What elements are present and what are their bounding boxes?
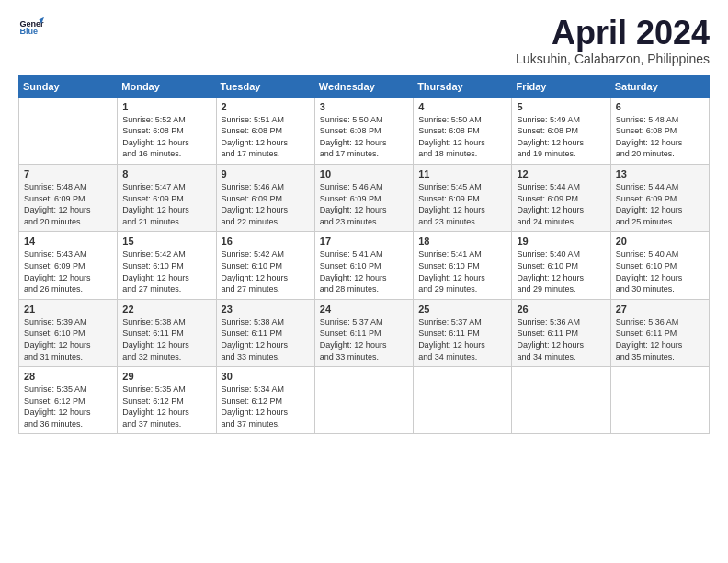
location-subtitle: Luksuhin, Calabarzon, Philippines <box>516 52 710 66</box>
calendar-week-row: 14Sunrise: 5:43 AMSunset: 6:09 PMDayligh… <box>19 232 710 299</box>
calendar-day-cell: 5Sunrise: 5:49 AMSunset: 6:08 PMDaylight… <box>512 97 610 164</box>
calendar-day-cell: 6Sunrise: 5:48 AMSunset: 6:08 PMDaylight… <box>610 97 709 164</box>
day-number: 19 <box>517 236 605 247</box>
day-info: Sunrise: 5:41 AMSunset: 6:10 PMDaylight:… <box>320 248 408 294</box>
calendar-day-cell: 22Sunrise: 5:38 AMSunset: 6:11 PMDayligh… <box>118 299 216 366</box>
logo: General Blue <box>18 15 44 40</box>
day-number: 5 <box>517 101 605 112</box>
calendar-day-cell: 28Sunrise: 5:35 AMSunset: 6:12 PMDayligh… <box>19 367 118 434</box>
calendar-day-cell: 12Sunrise: 5:44 AMSunset: 6:09 PMDayligh… <box>512 164 610 231</box>
day-number: 8 <box>122 168 210 179</box>
calendar-table: SundayMondayTuesdayWednesdayThursdayFrid… <box>18 75 710 435</box>
day-number: 2 <box>222 101 310 112</box>
day-number: 20 <box>616 236 704 247</box>
day-number: 12 <box>517 168 605 179</box>
weekday-header-cell: Wednesday <box>314 75 413 97</box>
day-number: 24 <box>320 304 408 315</box>
weekday-header-cell: Friday <box>512 75 610 97</box>
day-info: Sunrise: 5:48 AMSunset: 6:08 PMDaylight:… <box>616 114 704 160</box>
day-info: Sunrise: 5:36 AMSunset: 6:11 PMDaylight:… <box>616 316 704 362</box>
day-number: 27 <box>616 304 704 315</box>
calendar-body: 1Sunrise: 5:52 AMSunset: 6:08 PMDaylight… <box>19 97 710 434</box>
calendar-day-cell: 25Sunrise: 5:37 AMSunset: 6:11 PMDayligh… <box>414 299 512 366</box>
day-info: Sunrise: 5:44 AMSunset: 6:09 PMDaylight:… <box>616 181 704 227</box>
calendar-day-cell: 20Sunrise: 5:40 AMSunset: 6:10 PMDayligh… <box>610 232 709 299</box>
calendar-day-cell: 14Sunrise: 5:43 AMSunset: 6:09 PMDayligh… <box>19 232 118 299</box>
day-info: Sunrise: 5:35 AMSunset: 6:12 PMDaylight:… <box>122 384 210 430</box>
title-area: April 2024 Luksuhin, Calabarzon, Philipp… <box>516 15 710 66</box>
weekday-header-cell: Tuesday <box>216 75 314 97</box>
day-number: 17 <box>320 236 408 247</box>
day-info: Sunrise: 5:40 AMSunset: 6:10 PMDaylight:… <box>517 248 605 294</box>
calendar-day-cell: 3Sunrise: 5:50 AMSunset: 6:08 PMDaylight… <box>314 97 413 164</box>
day-info: Sunrise: 5:37 AMSunset: 6:11 PMDaylight:… <box>418 316 506 362</box>
weekday-header-cell: Saturday <box>610 75 709 97</box>
calendar-day-cell: 24Sunrise: 5:37 AMSunset: 6:11 PMDayligh… <box>314 299 413 366</box>
day-number: 22 <box>122 304 210 315</box>
day-number: 9 <box>222 168 310 179</box>
calendar-day-cell: 17Sunrise: 5:41 AMSunset: 6:10 PMDayligh… <box>314 232 413 299</box>
day-info: Sunrise: 5:40 AMSunset: 6:10 PMDaylight:… <box>616 248 704 294</box>
day-number: 6 <box>616 101 704 112</box>
day-info: Sunrise: 5:36 AMSunset: 6:11 PMDaylight:… <box>517 316 605 362</box>
calendar-day-cell: 7Sunrise: 5:48 AMSunset: 6:09 PMDaylight… <box>19 164 118 231</box>
day-info: Sunrise: 5:44 AMSunset: 6:09 PMDaylight:… <box>517 181 605 227</box>
calendar-day-cell: 18Sunrise: 5:41 AMSunset: 6:10 PMDayligh… <box>414 232 512 299</box>
calendar-header: SundayMondayTuesdayWednesdayThursdayFrid… <box>19 75 710 97</box>
calendar-day-cell: 19Sunrise: 5:40 AMSunset: 6:10 PMDayligh… <box>512 232 610 299</box>
calendar-day-cell <box>610 367 709 434</box>
day-number: 18 <box>418 236 506 247</box>
day-number: 11 <box>418 168 506 179</box>
day-number: 29 <box>122 371 210 382</box>
day-number: 1 <box>122 101 210 112</box>
day-info: Sunrise: 5:46 AMSunset: 6:09 PMDaylight:… <box>222 181 310 227</box>
calendar-day-cell: 10Sunrise: 5:46 AMSunset: 6:09 PMDayligh… <box>314 164 413 231</box>
weekday-header-cell: Monday <box>118 75 216 97</box>
day-number: 26 <box>517 304 605 315</box>
day-number: 7 <box>24 168 112 179</box>
day-number: 21 <box>24 304 112 315</box>
calendar-day-cell <box>314 367 413 434</box>
day-info: Sunrise: 5:43 AMSunset: 6:09 PMDaylight:… <box>24 248 112 294</box>
calendar-day-cell <box>19 97 118 164</box>
calendar-day-cell <box>512 367 610 434</box>
day-info: Sunrise: 5:39 AMSunset: 6:10 PMDaylight:… <box>24 316 112 362</box>
day-info: Sunrise: 5:35 AMSunset: 6:12 PMDaylight:… <box>24 384 112 430</box>
day-info: Sunrise: 5:50 AMSunset: 6:08 PMDaylight:… <box>320 114 408 160</box>
calendar-day-cell: 11Sunrise: 5:45 AMSunset: 6:09 PMDayligh… <box>414 164 512 231</box>
day-number: 30 <box>222 371 310 382</box>
header: General Blue April 2024 Luksuhin, Calaba… <box>18 15 710 66</box>
calendar-day-cell: 2Sunrise: 5:51 AMSunset: 6:08 PMDaylight… <box>216 97 314 164</box>
day-number: 25 <box>418 304 506 315</box>
day-info: Sunrise: 5:38 AMSunset: 6:11 PMDaylight:… <box>122 316 210 362</box>
weekday-header-cell: Sunday <box>19 75 118 97</box>
day-number: 4 <box>418 101 506 112</box>
calendar-day-cell: 30Sunrise: 5:34 AMSunset: 6:12 PMDayligh… <box>216 367 314 434</box>
day-number: 3 <box>320 101 408 112</box>
weekday-header-cell: Thursday <box>414 75 512 97</box>
weekday-header-row: SundayMondayTuesdayWednesdayThursdayFrid… <box>19 75 710 97</box>
day-info: Sunrise: 5:51 AMSunset: 6:08 PMDaylight:… <box>222 114 310 160</box>
day-number: 14 <box>24 236 112 247</box>
calendar-day-cell: 9Sunrise: 5:46 AMSunset: 6:09 PMDaylight… <box>216 164 314 231</box>
calendar-day-cell: 16Sunrise: 5:42 AMSunset: 6:10 PMDayligh… <box>216 232 314 299</box>
calendar-week-row: 1Sunrise: 5:52 AMSunset: 6:08 PMDaylight… <box>19 97 710 164</box>
month-title: April 2024 <box>516 15 710 52</box>
calendar-day-cell: 13Sunrise: 5:44 AMSunset: 6:09 PMDayligh… <box>610 164 709 231</box>
calendar-day-cell: 27Sunrise: 5:36 AMSunset: 6:11 PMDayligh… <box>610 299 709 366</box>
calendar-week-row: 28Sunrise: 5:35 AMSunset: 6:12 PMDayligh… <box>19 367 710 434</box>
calendar-day-cell: 21Sunrise: 5:39 AMSunset: 6:10 PMDayligh… <box>19 299 118 366</box>
calendar-day-cell: 29Sunrise: 5:35 AMSunset: 6:12 PMDayligh… <box>118 367 216 434</box>
day-number: 23 <box>222 304 310 315</box>
day-number: 13 <box>616 168 704 179</box>
calendar-day-cell: 1Sunrise: 5:52 AMSunset: 6:08 PMDaylight… <box>118 97 216 164</box>
day-number: 16 <box>222 236 310 247</box>
day-info: Sunrise: 5:41 AMSunset: 6:10 PMDaylight:… <box>418 248 506 294</box>
day-info: Sunrise: 5:52 AMSunset: 6:08 PMDaylight:… <box>122 114 210 160</box>
calendar-day-cell: 26Sunrise: 5:36 AMSunset: 6:11 PMDayligh… <box>512 299 610 366</box>
calendar-week-row: 21Sunrise: 5:39 AMSunset: 6:10 PMDayligh… <box>19 299 710 366</box>
day-info: Sunrise: 5:42 AMSunset: 6:10 PMDaylight:… <box>222 248 310 294</box>
day-info: Sunrise: 5:46 AMSunset: 6:09 PMDaylight:… <box>320 181 408 227</box>
day-info: Sunrise: 5:42 AMSunset: 6:10 PMDaylight:… <box>122 248 210 294</box>
day-info: Sunrise: 5:50 AMSunset: 6:08 PMDaylight:… <box>418 114 506 160</box>
